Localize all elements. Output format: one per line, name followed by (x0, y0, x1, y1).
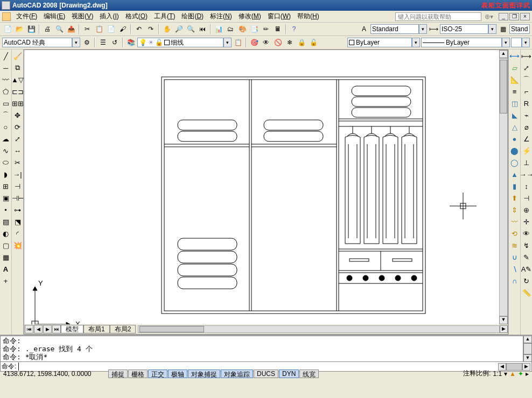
design-center-icon[interactable]: 🗂 (225, 24, 236, 34)
layer-state-icon[interactable]: 📋 (233, 37, 243, 48)
box3d-icon[interactable]: ◫ (509, 98, 520, 109)
dim-radius-icon[interactable]: R (521, 98, 532, 109)
match-icon[interactable]: 🖌 (117, 24, 128, 34)
erase-icon[interactable]: 🧹 (12, 51, 23, 61)
dim-linear-icon[interactable]: ⟼ (521, 51, 532, 61)
dim-style-combo[interactable]: ▾ (440, 24, 496, 34)
undo-icon[interactable]: ↶ (134, 24, 144, 34)
pan-icon[interactable]: ✋ (162, 24, 172, 34)
tab-model[interactable]: 模型 (61, 325, 83, 333)
menu-dimension[interactable]: 标注(N) (207, 11, 235, 22)
ellipse-icon[interactable]: ⬭ (1, 157, 11, 168)
anno-scale-value[interactable]: 1:1 (493, 370, 502, 378)
dim-aligned-icon[interactable]: ⤢ (521, 62, 532, 73)
linetype-combo[interactable]: ByLayer ▾ (421, 38, 510, 47)
polygon-icon[interactable]: ⬠ (1, 86, 11, 97)
tab-layout2[interactable]: 布局2 (110, 325, 136, 333)
inspection-icon[interactable]: 👁 (521, 228, 532, 239)
line-icon[interactable]: ╱ (1, 51, 11, 61)
coordinates[interactable]: 4138.6712, 1598.1400, 0.0000 (0, 370, 108, 378)
dim-diameter-icon[interactable]: ⌀ (521, 122, 532, 132)
color-combo[interactable]: ByLayer ▾ (347, 38, 420, 47)
paste-icon[interactable]: 📄 (106, 24, 116, 34)
ws-settings-icon[interactable]: ⚙ (81, 37, 92, 48)
h-scrollbar[interactable] (138, 325, 500, 333)
layer-unlock-icon[interactable]: 🔓 (308, 37, 319, 48)
presspull-icon[interactable]: ⇕ (509, 204, 520, 215)
revolve-icon[interactable]: ⟲ (509, 228, 520, 239)
gradient-icon[interactable]: ◐ (1, 228, 11, 239)
offset-icon[interactable]: ⊏⊐ (12, 86, 23, 97)
region-icon[interactable]: ▢ (1, 240, 11, 251)
torus-icon[interactable]: ◯ (509, 157, 520, 168)
loft-icon[interactable]: ≋ (509, 240, 520, 251)
dim-edit-icon[interactable]: ✎ (521, 252, 532, 262)
mtext-icon[interactable]: A (1, 264, 11, 274)
area-icon[interactable]: ▱ (509, 62, 520, 73)
cmd-scroll-down-icon[interactable]: ▼ (523, 354, 532, 362)
explode-icon[interactable]: 💥 (12, 240, 23, 251)
menu-edit[interactable]: 编辑(E) (40, 11, 68, 22)
zoom-prev-icon[interactable]: ⏮ (197, 24, 208, 34)
extend-icon[interactable]: →| (12, 169, 23, 180)
h-scroll-right-icon[interactable]: ▶ (500, 325, 508, 333)
table-style-combo[interactable] (509, 24, 530, 34)
copy-tool-icon[interactable]: ⧉ (12, 62, 23, 73)
cylinder-icon[interactable]: ⬤ (509, 145, 520, 156)
rectangle-icon[interactable]: ▭ (1, 98, 11, 109)
dim-angular-icon[interactable]: ∠ (521, 133, 532, 144)
sphere-icon[interactable]: ● (509, 133, 520, 144)
tolerance-icon[interactable]: ⊕ (521, 204, 532, 215)
table-style-icon[interactable]: ▦ (498, 24, 508, 34)
cone-icon[interactable]: △ (509, 122, 520, 132)
dim-update-icon[interactable]: ↻ (521, 275, 532, 286)
tab-first-icon[interactable]: ⏮ (25, 325, 33, 333)
document-icon[interactable] (2, 12, 11, 21)
polysolid-icon[interactable]: ▮ (509, 181, 520, 191)
v-scroll-down-icon[interactable]: ▼ (499, 316, 508, 324)
dyn-button[interactable]: DYN (279, 369, 299, 378)
menu-format[interactable]: 格式(O) (122, 11, 151, 22)
rotate-icon[interactable]: ⟳ (12, 122, 23, 132)
text-style-icon[interactable]: A (359, 24, 369, 34)
chamfer-icon[interactable]: ⬔ (12, 216, 23, 227)
save-icon[interactable]: 💾 (26, 24, 37, 34)
print-icon[interactable]: 🖨 (42, 24, 53, 34)
wedge-icon[interactable]: ◣ (509, 110, 520, 120)
ducs-button[interactable]: DUCS (254, 369, 278, 378)
menu-tools[interactable]: 工具(T) (151, 11, 178, 22)
stretch-icon[interactable]: ↔ (12, 145, 23, 156)
center-mark-icon[interactable]: ✛ (521, 216, 532, 227)
drawing-canvas[interactable]: X Y (24, 49, 508, 335)
polyline-icon[interactable]: 〰 (1, 74, 11, 85)
pyramid-icon[interactable]: ▲ (509, 169, 520, 180)
move-icon[interactable]: ✥ (12, 110, 23, 120)
workspace-combo[interactable]: ▾ (2, 38, 80, 47)
dim-tedit-icon[interactable]: A✎ (521, 264, 532, 274)
v-scroll-up-icon[interactable]: ▲ (499, 50, 508, 58)
h-scroll-thumb[interactable] (139, 326, 204, 332)
publish-icon[interactable]: 📤 (66, 24, 76, 34)
anno-vis-icon[interactable]: ▲ (509, 370, 516, 378)
ortho-button[interactable]: 正交 (148, 369, 167, 378)
dim-continue-icon[interactable]: →→ (521, 169, 532, 180)
anno-auto-icon[interactable]: ✦ (518, 370, 523, 378)
menu-view[interactable]: 视图(V) (68, 11, 96, 22)
dim-style-icon[interactable]: ⟼ (428, 24, 439, 34)
region-mass-icon[interactable]: 📐 (509, 74, 520, 85)
new-icon[interactable]: 📄 (2, 24, 13, 34)
layer-lock-tool-icon[interactable]: 🔒 (296, 37, 307, 48)
revision-cloud-icon[interactable]: ☁ (1, 133, 11, 144)
table-icon[interactable]: ▦ (1, 252, 11, 262)
snap-button[interactable]: 捕捉 (108, 369, 128, 378)
dim-baseline-icon[interactable]: ⊥ (521, 157, 532, 168)
v-scrollbar[interactable]: ▲ ▼ (499, 50, 508, 324)
break-at-point-icon[interactable]: ⊣ (12, 181, 23, 191)
anno-scale-drop-icon[interactable]: ▾ (504, 370, 507, 378)
minimize-button[interactable]: _ (499, 13, 508, 20)
status-tray-icon[interactable]: ▸ (526, 370, 529, 378)
trim-icon[interactable]: ✂ (12, 157, 23, 168)
add-selected-icon[interactable]: + (1, 275, 11, 286)
tab-layout1[interactable]: 布局1 (83, 325, 110, 333)
extrude-icon[interactable]: ⬆ (509, 193, 520, 203)
